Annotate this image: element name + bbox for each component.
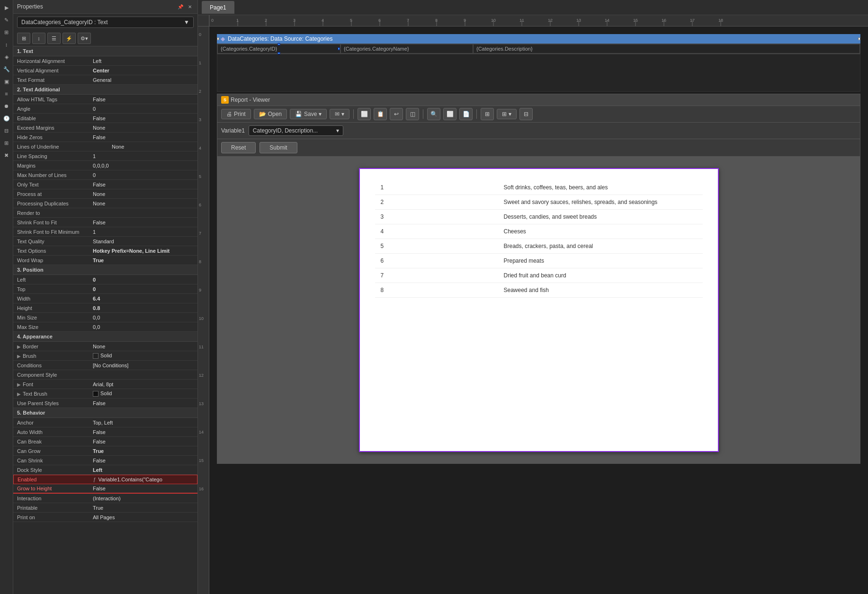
submit-button[interactable]: Submit — [260, 142, 297, 153]
prop-font[interactable]: ▶Font Arial, 8pt — [13, 380, 197, 389]
prop-brush[interactable]: ▶Brush Solid — [13, 351, 197, 361]
prop-hide-zeros[interactable]: Hide Zeros False — [13, 133, 197, 142]
field-cell-description[interactable]: {Categories.Description} — [473, 44, 860, 53]
reset-button[interactable]: Reset — [221, 142, 256, 153]
svg-text:0: 0 — [199, 32, 201, 37]
prop-can-break[interactable]: Can Break False — [13, 437, 197, 446]
prop-only-text[interactable]: Only Text False — [13, 180, 197, 189]
toolbar-btn-list[interactable]: ☰ — [47, 33, 61, 44]
band-handle: ◆ — [221, 35, 225, 42]
prop-grow-height[interactable]: Grow to Height False — [13, 484, 197, 494]
viewer-icon-btn-6[interactable]: 📄 — [459, 108, 473, 120]
handle-left[interactable] — [217, 38, 219, 40]
handle-field1-top[interactable] — [278, 43, 280, 45]
viewer-icon-btn-7[interactable]: ⊞ — [481, 108, 494, 120]
prop-can-shrink[interactable]: Can Shrink False — [13, 456, 197, 465]
viewer-icon-btn-8[interactable]: ⊞ ▾ — [497, 109, 516, 119]
prop-component-style[interactable]: Component Style — [13, 370, 197, 380]
prop-line-spacing[interactable]: Line Spacing 1 — [13, 151, 197, 161]
open-button[interactable]: 📂 Open — [254, 109, 287, 119]
content-row: 0 1 2 3 4 5 6 7 8 9 10 11 12 13 — [198, 27, 868, 594]
prop-top[interactable]: Top 0 — [13, 284, 197, 294]
left-icon-6[interactable]: 🔧 — [1, 63, 12, 75]
prop-printable[interactable]: Printable True — [13, 503, 197, 513]
left-icon-5[interactable]: ◈ — [1, 51, 12, 62]
handle-field1-bottom[interactable] — [278, 52, 280, 54]
prop-editable[interactable]: Editable False — [13, 114, 197, 123]
dropdown-arrow-icon: ▼ — [184, 19, 189, 26]
save-button[interactable]: 💾 Save ▾ — [290, 109, 327, 119]
prop-max-size[interactable]: Max Size 0,0 — [13, 322, 197, 332]
prop-min-size[interactable]: Min Size 0,0 — [13, 313, 197, 322]
prop-exceed-margins[interactable]: Exceed Margins None — [13, 123, 197, 133]
prop-shrink-font-min[interactable]: Shrink Font to Fit Minimum 1 — [13, 227, 197, 237]
left-icon-7[interactable]: ▣ — [1, 76, 12, 87]
prop-process-at[interactable]: Process at None — [13, 189, 197, 199]
left-icon-10[interactable]: 🕐 — [1, 113, 12, 124]
prop-enabled[interactable]: Enabled ƒ Variable1.Contains("Catego — [13, 475, 197, 484]
prop-can-grow[interactable]: Can Grow True — [13, 446, 197, 456]
prop-lines-underline[interactable]: Lines of Underline None — [13, 142, 197, 151]
viewer-icon-btn-5[interactable]: ⬜ — [443, 108, 456, 120]
prop-border[interactable]: ▶Border None — [13, 342, 197, 351]
left-icon-4[interactable]: ↕ — [1, 39, 12, 50]
report-designer[interactable]: ◆ DataCategories: Data Source: Categorie… — [209, 27, 868, 594]
left-icon-11[interactable]: ⊟ — [1, 125, 12, 136]
viewer-icon-btn-3[interactable]: ↩ — [390, 108, 403, 120]
prop-text-options[interactable]: Text Options Hotkey Prefix=None, Line Li… — [13, 246, 197, 256]
left-icon-2[interactable]: ✎ — [1, 14, 12, 26]
prop-use-parent-styles[interactable]: Use Parent Styles False — [13, 399, 197, 408]
prop-text-brush[interactable]: ▶Text Brush Solid — [13, 389, 197, 399]
left-icon-8[interactable]: ≡ — [1, 88, 12, 99]
field-cell-categoryname[interactable]: {Categories.CategoryName} — [340, 44, 473, 53]
svg-text:12: 12 — [548, 18, 553, 23]
prop-auto-width[interactable]: Auto Width False — [13, 427, 197, 437]
viewer-toolbar: 🖨 Print 📂 Open 💾 Save ▾ — [217, 106, 860, 123]
prop-vertical-alignment[interactable]: Vertical Alignment Center — [13, 66, 197, 75]
toolbar-btn-bolt[interactable]: ⚡ — [63, 33, 76, 44]
prop-dock-style[interactable]: Dock Style Left — [13, 465, 197, 475]
viewer-icon-btn-2[interactable]: 📋 — [374, 108, 387, 120]
tab-page1[interactable]: Page1 — [202, 1, 234, 14]
prop-margins[interactable]: Margins 0,0,0,0 — [13, 161, 197, 170]
search-icon-btn[interactable]: 🔍 — [427, 108, 440, 120]
close-icon[interactable]: ✕ — [186, 3, 194, 10]
print-button[interactable]: 🖨 Print — [221, 109, 251, 119]
field-cell-categoryid[interactable]: {Categories.CategoryID} — [217, 44, 340, 53]
toolbar-btn-grid[interactable]: ⊞ — [17, 33, 30, 44]
prop-anchor[interactable]: Anchor Top, Left — [13, 418, 197, 427]
prop-left[interactable]: Left 0 — [13, 275, 197, 284]
prop-interaction[interactable]: Interaction (Interaction) — [13, 494, 197, 503]
email-button[interactable]: ✉ ▾ — [330, 109, 349, 119]
viewer-icon-btn-1[interactable]: ⬜ — [358, 108, 371, 120]
handle-right[interactable] — [858, 38, 860, 40]
prop-conditions[interactable]: Conditions [No Conditions] — [13, 361, 197, 370]
pin-icon[interactable]: 📌 — [177, 3, 184, 10]
svg-text:14: 14 — [199, 430, 204, 434]
handle-field1-right[interactable] — [338, 48, 340, 50]
toolbar-btn-settings[interactable]: ⚙▾ — [78, 33, 91, 44]
prop-word-wrap[interactable]: Word Wrap True — [13, 256, 197, 265]
prop-shrink-font[interactable]: Shrink Font to Fit False — [13, 218, 197, 227]
toolbar-btn-sort[interactable]: ↕ — [32, 33, 45, 44]
prop-horizontal-alignment[interactable]: Horizontal Alignment Left — [13, 56, 197, 66]
variable-select[interactable]: CategoryID, Description... ▾ — [249, 125, 343, 136]
selected-item-dropdown[interactable]: DataCategories_CategoryID : Text ▼ — [17, 17, 194, 28]
left-icon-1[interactable]: ▶ — [1, 2, 12, 13]
prop-text-format[interactable]: Text Format General — [13, 75, 197, 85]
left-icon-9[interactable]: ⏺ — [1, 100, 12, 112]
left-icon-3[interactable]: ⊞ — [1, 27, 12, 38]
prop-text-quality[interactable]: Text Quality Standard — [13, 237, 197, 246]
prop-allow-html[interactable]: Allow HTML Tags False — [13, 95, 197, 104]
prop-processing-dups[interactable]: Processing Duplicates None — [13, 199, 197, 208]
prop-height[interactable]: Height 0.8 — [13, 303, 197, 313]
viewer-icon-btn-9[interactable]: ⊟ — [519, 108, 533, 120]
prop-max-lines[interactable]: Max Number of Lines 0 — [13, 170, 197, 180]
left-icon-12[interactable]: ⊞ — [1, 137, 12, 149]
prop-render-to[interactable]: Render to — [13, 208, 197, 218]
prop-print-on[interactable]: Print on All Pages — [13, 513, 197, 522]
prop-width[interactable]: Width 6.4 — [13, 294, 197, 303]
viewer-icon-btn-4[interactable]: ◫ — [406, 108, 419, 120]
left-icon-13[interactable]: ✖ — [1, 150, 12, 161]
prop-angle[interactable]: Angle 0 — [13, 104, 197, 114]
